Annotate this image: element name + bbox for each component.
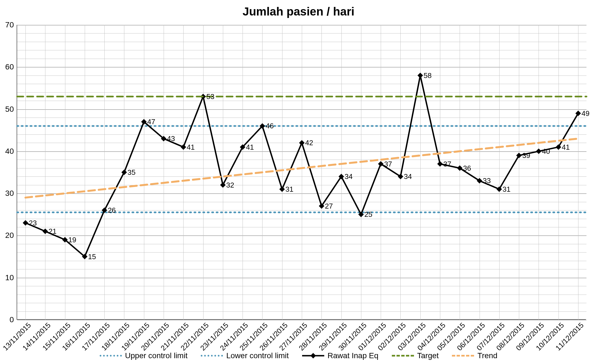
dashed-line-icon: [392, 355, 414, 357]
chart-title: Jumlah pasien / hari: [0, 5, 597, 18]
series-main-line: [25, 76, 578, 257]
data-label: 15: [88, 252, 96, 261]
series-svg: [17, 25, 586, 320]
legend-label: Trend: [477, 351, 497, 360]
diamond-marker-icon: [299, 140, 305, 145]
plot-inner: 01020304050607013/11/201514/11/201515/11…: [17, 25, 586, 320]
y-tick-label: 0: [9, 315, 17, 324]
data-label: 40: [542, 147, 550, 155]
legend-item-main: Rawat Inap Eq: [302, 351, 379, 360]
data-label: 46: [266, 122, 274, 130]
data-label: 34: [404, 172, 412, 181]
diamond-marker-icon: [418, 73, 423, 78]
data-label: 58: [424, 71, 432, 80]
diamond-marker-icon: [516, 153, 522, 158]
diamond-marker-icon: [181, 144, 186, 150]
data-label: 19: [68, 235, 76, 244]
data-label: 43: [167, 134, 175, 143]
series-trend: [25, 139, 578, 197]
plot-area: 01020304050607013/11/201514/11/201515/11…: [17, 25, 586, 320]
diamond-marker-icon: [556, 144, 561, 150]
diamond-marker-icon: [121, 170, 127, 175]
y-tick-label: 60: [5, 63, 17, 71]
y-tick-label: 50: [5, 105, 17, 114]
legend-label: Rawat Inap Eq: [328, 351, 379, 360]
data-label: 37: [384, 160, 392, 168]
diamond-marker-icon: [536, 149, 541, 154]
legend-item-lcl: Lower control limit: [201, 351, 289, 360]
dotted-line-icon: [100, 355, 122, 357]
data-label: 39: [522, 151, 530, 160]
y-tick-label: 20: [5, 231, 17, 240]
data-label: 31: [503, 185, 511, 193]
data-label: 25: [364, 210, 372, 219]
data-label: 21: [48, 227, 56, 236]
data-label: 27: [325, 202, 333, 210]
legend-item-trend: Trend: [452, 351, 497, 360]
data-label: 32: [226, 181, 234, 189]
data-label: 41: [246, 143, 254, 151]
diamond-marker-icon: [437, 161, 443, 167]
chart-container: Jumlah pasien / hari 01020304050607013/1…: [0, 0, 597, 364]
data-label: 42: [305, 139, 313, 147]
data-label: 37: [443, 160, 451, 168]
data-label: 49: [581, 109, 590, 118]
y-tick-label: 70: [5, 20, 17, 29]
legend-label: Upper control limit: [125, 351, 188, 360]
legend-label: Lower control limit: [226, 351, 289, 360]
data-label: 33: [483, 176, 491, 185]
data-label: 23: [29, 219, 37, 227]
diamond-marker-icon: [220, 182, 226, 188]
legend-item-target: Target: [392, 351, 439, 360]
legend-item-ucl: Upper control limit: [100, 351, 188, 360]
data-label: 41: [187, 143, 195, 151]
dashed-line-icon: [452, 355, 474, 357]
data-label: 41: [562, 143, 570, 151]
y-tick-label: 30: [5, 189, 17, 198]
diamond-marker-icon: [575, 111, 581, 116]
data-label: 34: [345, 172, 353, 181]
data-label: 36: [463, 164, 471, 172]
diamond-marker-icon: [23, 220, 28, 226]
legend-label: Target: [417, 351, 439, 360]
data-label: 31: [285, 185, 294, 193]
y-tick-label: 40: [5, 147, 17, 156]
data-label: 35: [127, 168, 135, 177]
y-tick-label: 10: [5, 273, 17, 282]
data-label: 47: [147, 118, 155, 126]
dotted-line-icon: [201, 355, 223, 357]
data-label: 53: [207, 92, 215, 101]
data-label: 26: [108, 206, 116, 215]
diamond-marker-icon: [279, 186, 285, 192]
legend: Upper control limit Lower control limit …: [0, 351, 597, 360]
diamond-marker-icon: [42, 228, 48, 234]
diamond-marker-icon: [496, 186, 502, 192]
